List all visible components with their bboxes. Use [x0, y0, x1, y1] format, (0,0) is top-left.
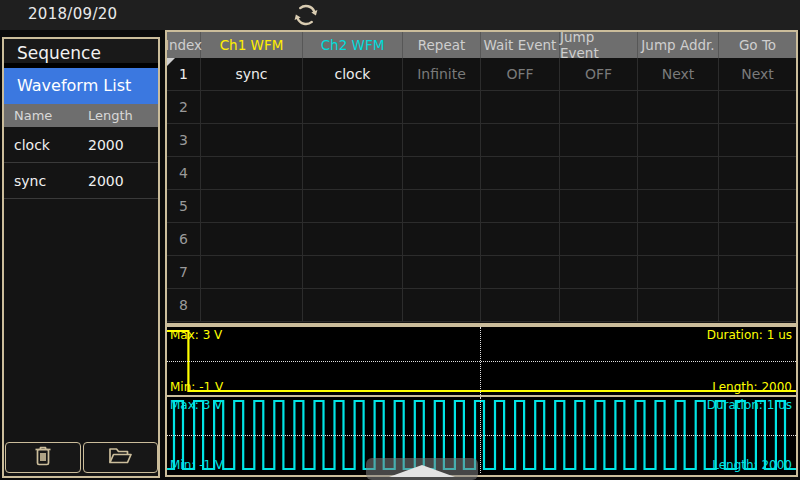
cell[interactable] [201, 223, 303, 255]
cell[interactable]: Next [719, 58, 796, 90]
cell[interactable] [481, 157, 560, 189]
cell[interactable] [303, 256, 403, 288]
column-header-repeat: Repeat [403, 32, 481, 58]
cell[interactable] [719, 157, 796, 189]
cell[interactable] [638, 289, 719, 321]
cell[interactable] [481, 124, 560, 156]
cell[interactable]: Infinite [403, 58, 481, 90]
cell[interactable] [638, 256, 719, 288]
cell[interactable] [719, 289, 796, 321]
sequence-row-7[interactable]: 7 [167, 256, 796, 289]
column-header-ch2-wfm: Ch2 WFM [303, 32, 403, 58]
sequence-row-5[interactable]: 5 [167, 190, 796, 223]
cell[interactable]: clock [303, 58, 403, 90]
cell[interactable] [638, 223, 719, 255]
cell[interactable] [560, 157, 638, 189]
cell[interactable]: OFF [481, 58, 560, 90]
cell[interactable]: 2 [167, 91, 201, 123]
cell[interactable] [719, 223, 796, 255]
waveform-list-item-sync[interactable]: sync2000 [4, 163, 158, 199]
cell[interactable] [481, 289, 560, 321]
sidebar-toolbar [4, 442, 158, 475]
ch1-duration-label: Duration: 1 us [707, 328, 792, 342]
cell[interactable]: 6 [167, 223, 201, 255]
cell[interactable]: 3 [167, 124, 201, 156]
drawer-handle[interactable] [366, 458, 478, 480]
sequence-row-6[interactable]: 6 [167, 223, 796, 256]
cell[interactable] [560, 124, 638, 156]
cell[interactable] [560, 223, 638, 255]
cell[interactable] [303, 223, 403, 255]
cell[interactable] [201, 124, 303, 156]
column-length: Length [88, 108, 133, 123]
cell[interactable] [638, 157, 719, 189]
cell[interactable] [403, 91, 481, 123]
column-header-jump-addr: Jump Addr. [638, 32, 719, 58]
sequence-table-header: IndexCh1 WFMCh2 WFMRepeatWait EventJump … [167, 32, 796, 58]
cell[interactable]: 4 [167, 157, 201, 189]
sequence-row-2[interactable]: 2 [167, 91, 796, 124]
cell[interactable] [403, 256, 481, 288]
waveform-preview: Max: 3 V Duration: 1 us Min: -1 V Length… [165, 325, 798, 477]
cell[interactable]: 8 [167, 289, 201, 321]
cell[interactable] [201, 190, 303, 222]
cell[interactable] [719, 91, 796, 123]
cell[interactable] [481, 223, 560, 255]
cell[interactable]: 7 [167, 256, 201, 288]
cell[interactable] [303, 289, 403, 321]
cell[interactable]: OFF [560, 58, 638, 90]
cell[interactable] [201, 289, 303, 321]
open-file-button[interactable] [83, 442, 159, 473]
cell[interactable] [403, 124, 481, 156]
column-header-ch1-wfm: Ch1 WFM [201, 32, 303, 58]
cell[interactable] [560, 289, 638, 321]
cell[interactable] [201, 91, 303, 123]
cell[interactable] [481, 190, 560, 222]
column-header-index: Index [167, 32, 201, 58]
cell[interactable] [403, 223, 481, 255]
cell[interactable] [719, 256, 796, 288]
sidebar-item-waveform-list[interactable]: Waveform List [4, 68, 158, 104]
cell[interactable]: sync [201, 58, 303, 90]
cell[interactable] [201, 157, 303, 189]
ch2-max-label: Max: 3 V [170, 398, 222, 412]
cell[interactable] [638, 190, 719, 222]
cell[interactable] [403, 289, 481, 321]
ch2-preview-pane: Max: 3 V Duration: 1 us Min: -1 V Length… [167, 397, 796, 473]
cell[interactable] [560, 190, 638, 222]
cell[interactable] [719, 190, 796, 222]
cell[interactable] [638, 124, 719, 156]
waveform-list-header: Name Length [4, 104, 158, 127]
cell[interactable] [560, 91, 638, 123]
cell[interactable] [403, 157, 481, 189]
folder-open-icon [107, 444, 133, 471]
refresh-button[interactable] [291, 1, 321, 29]
cell[interactable] [201, 256, 303, 288]
up-arrow-icon [389, 465, 455, 477]
sequence-row-4[interactable]: 4 [167, 157, 796, 190]
center-horizontal-gridline [167, 435, 796, 436]
cell[interactable]: 5 [167, 190, 201, 222]
cell[interactable]: 1 [167, 58, 201, 90]
cell[interactable]: Next [638, 58, 719, 90]
cell[interactable] [719, 124, 796, 156]
cell[interactable] [303, 91, 403, 123]
waveform-list-item-clock[interactable]: clock2000 [4, 127, 158, 163]
ch1-min-label: Min: -1 V [170, 380, 223, 394]
cell[interactable] [303, 157, 403, 189]
cell[interactable] [481, 91, 560, 123]
delete-waveform-button[interactable] [5, 442, 81, 473]
cell[interactable] [638, 91, 719, 123]
sequence-row-3[interactable]: 3 [167, 124, 796, 157]
sequence-row-8[interactable]: 8 [167, 289, 796, 322]
cell[interactable] [481, 256, 560, 288]
cell[interactable] [303, 190, 403, 222]
cell[interactable] [303, 124, 403, 156]
sequence-row-1[interactable]: 1syncclockInfiniteOFFOFFNextNext [167, 58, 796, 91]
ch2-min-label: Min: -1 V [170, 458, 223, 472]
cell[interactable] [403, 190, 481, 222]
sequence-table-body: 1syncclockInfiniteOFFOFFNextNext2345678 [167, 58, 796, 322]
waveform-name: clock [4, 137, 88, 153]
top-bar: 2018/09/20 [0, 0, 800, 30]
cell[interactable] [560, 256, 638, 288]
